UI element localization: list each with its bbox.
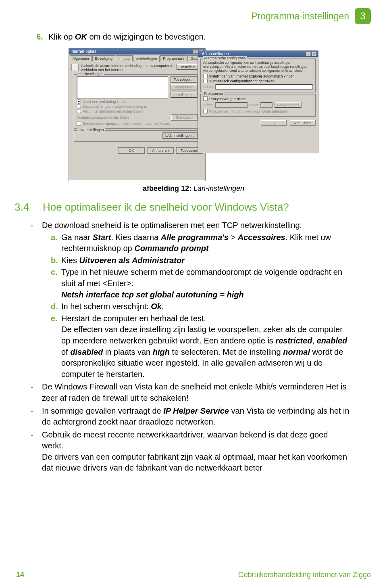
step-6-post: om de wijzigingen te bevestigen.: [87, 32, 206, 41]
step-6: 6. Klik op OK om de wijzigingen te beves…: [36, 32, 351, 42]
dial-list[interactable]: [77, 76, 168, 99]
btn-verwijderen[interactable]: Verwijderen: [171, 84, 198, 90]
win2-ok[interactable]: OK: [260, 120, 287, 126]
step-6-num: 6.: [36, 32, 43, 41]
wizard-text: Gebruik de wizard Internet-verbinding om…: [81, 64, 174, 72]
btn-standaard[interactable]: Standaard: [171, 114, 198, 121]
btn-geavanceerd[interactable]: Geavanceerd: [274, 102, 302, 108]
chk-proxy[interactable]: Proxyserver gebruiken: [203, 96, 313, 101]
win2-title: LAN-instellingen: [200, 52, 229, 56]
sub-b: b. Kies Uitvoeren als Administrator: [51, 255, 351, 266]
chk-local[interactable]: Proxyserver niet gebruiken voor lokale a…: [203, 109, 313, 113]
image-caption: afbeelding 12: Lan-instellingen: [36, 184, 351, 193]
std-val: Geen: [120, 115, 129, 119]
adres-input[interactable]: [215, 84, 313, 90]
bullet-2: - De Windows Firewall van Vista kan de s…: [36, 381, 351, 404]
sub-c: c. Type in het nieuwe scherm met de comm…: [51, 267, 351, 300]
proxy-adres-label: Adres:: [203, 103, 214, 107]
caption-label: afbeelding 12:: [143, 184, 191, 193]
page-header: Programma-instellingen 3: [0, 0, 387, 28]
sub-a: a. Ga naar Start. Kies daarna Alle progr…: [51, 232, 351, 254]
radio-kiezen[interactable]: Kiezen als er geen netwerkverbinding is: [77, 104, 198, 109]
std-label: Huidige standaardwaarde:: [77, 115, 119, 119]
tab-beveiliging[interactable]: Beveiliging: [92, 55, 116, 61]
tab-algemeen[interactable]: Algemeen: [70, 55, 92, 61]
chapter-badge: 3: [355, 8, 371, 24]
win1-cancel[interactable]: Annuleren: [147, 147, 174, 154]
btn-instellingen[interactable]: Instellingen...: [171, 92, 198, 98]
sub-d: d. In het scherm verschijnt: Ok.: [51, 301, 351, 312]
tabs: Algemeen Beveiliging Inhoud Verbindingen…: [69, 54, 205, 61]
radio-nooit[interactable]: Nooit een verbinding kiezen: [77, 99, 198, 104]
page-footer: 14 Gebruikershandleiding internet van Zi…: [0, 571, 387, 579]
chk-sysbev[interactable]: Systeembeveiligingscontrole uitvoeren vo…: [77, 121, 198, 126]
section-title: Hoe optimaliseer ik de snelheid voor Win…: [43, 201, 289, 213]
step-6-pre: Klik op: [48, 32, 75, 41]
globe-icon: [71, 64, 79, 71]
doc-title: Gebruikershandleiding internet van Ziggo: [238, 571, 371, 579]
step-6-ok: OK: [75, 32, 87, 41]
fs-auto: Automatische configuratie: [203, 56, 247, 60]
auto-text: Automatische configuratie kan uw handmat…: [203, 61, 313, 73]
chk-auto2[interactable]: Automatisch configuratiescript gebruiken: [203, 79, 313, 83]
win1-title: Internet-opties: [71, 49, 96, 54]
tab-inhoud[interactable]: Inhoud: [116, 55, 133, 61]
caption-text: Lan-instellingen: [191, 184, 244, 193]
sub-e: e. Herstart de computer en herhaal de te…: [51, 313, 351, 380]
screenshot-lan-settings: Internet-opties ?× Algemeen Beveiliging …: [69, 48, 318, 181]
proxy-poort-label: Poort:: [249, 103, 259, 107]
help-icon[interactable]: ?: [306, 52, 311, 56]
bullet-1: - De download snelheid is te optimaliser…: [36, 220, 351, 380]
header-title: Programma-instellingen: [251, 11, 349, 22]
bullet-1-intro: De download snelheid is te optimaliseren…: [42, 220, 351, 231]
win2-cancel[interactable]: Annuleren: [289, 120, 316, 126]
btn-lan[interactable]: LAN-instellingen...: [162, 132, 198, 139]
adres-label: Adres:: [203, 85, 214, 89]
close-icon[interactable]: ×: [312, 52, 316, 56]
section-3-4-heading: 3.4 Hoe optimaliseer ik de snelheid voor…: [15, 201, 351, 213]
fs-inbel: Inbelinstellingen: [77, 72, 104, 76]
fs-proxy: Proxyserver: [203, 92, 224, 96]
proxy-adres-input[interactable]: [215, 102, 248, 108]
fs-lan: LAN-instellingen: [77, 128, 105, 132]
btn-toevoegen[interactable]: Toevoegen...: [171, 76, 198, 83]
tab-programmas[interactable]: Programma's: [160, 55, 187, 61]
tab-verbindingen[interactable]: Verbindingen: [133, 56, 160, 62]
bullet-3: - In sommige gevallen vertraagt de IP He…: [36, 406, 351, 428]
proxy-poort-input[interactable]: [260, 102, 273, 108]
chk-auto1[interactable]: Instellingen van Internet Explorer autom…: [203, 74, 313, 78]
bullet-4: - Gebruik de meest recente netwerkkaartd…: [36, 429, 351, 474]
win1-ok[interactable]: OK: [118, 147, 145, 154]
radio-altijd[interactable]: Altijd mijn standaardverbinding kiezen: [77, 109, 198, 113]
section-num: 3.4: [15, 201, 35, 213]
page-number: 14: [16, 571, 24, 579]
